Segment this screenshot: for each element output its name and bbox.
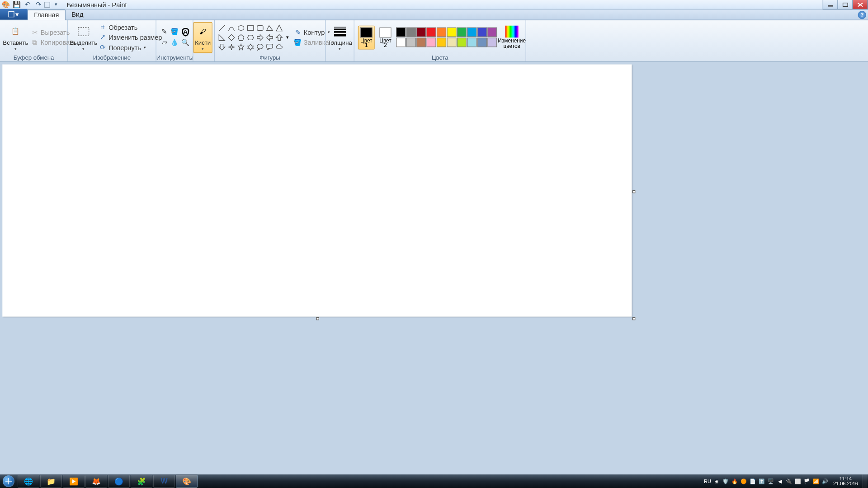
close-button[interactable] (853, 0, 868, 9)
palette-color[interactable] (437, 38, 446, 47)
palette-color[interactable] (427, 28, 436, 37)
shape-triangle[interactable] (274, 23, 284, 33)
taskbar-word[interactable]: W (153, 475, 175, 488)
resize-handle-east[interactable] (632, 190, 636, 193)
taskbar-paint[interactable]: 🎨 (176, 475, 198, 488)
palette-color[interactable] (396, 28, 406, 37)
fill-tool[interactable]: 🪣 (170, 27, 180, 38)
tray-volume-icon[interactable]: 🔊 (821, 478, 829, 485)
shape-pentagon[interactable] (236, 33, 246, 42)
color1-button[interactable]: Цвет 1 (358, 25, 375, 49)
tray-icon[interactable]: ⬜ (794, 478, 802, 485)
save-icon[interactable]: 💾 (12, 0, 21, 9)
palette-color[interactable] (396, 38, 406, 47)
shape-6star[interactable] (246, 42, 255, 52)
palette-color[interactable] (477, 38, 487, 47)
tray-network-icon[interactable]: 📶 (812, 478, 820, 485)
palette-color[interactable] (427, 38, 436, 47)
rotate-button[interactable]: ⟳Повернуть▾ (97, 42, 164, 52)
maximize-button[interactable] (838, 0, 853, 9)
palette-color[interactable] (467, 38, 476, 47)
minimize-button[interactable] (823, 0, 838, 9)
show-desktop-button[interactable] (863, 474, 867, 488)
qat-dropdown-icon[interactable]: ▾ (51, 0, 61, 9)
palette-color[interactable] (406, 38, 416, 47)
palette-color[interactable] (416, 38, 426, 47)
shape-arrow-up[interactable] (274, 33, 284, 42)
tray-lang[interactable]: RU (704, 479, 711, 484)
size-button[interactable]: Толщина ▾ (326, 22, 353, 52)
shape-callout-rect[interactable] (265, 42, 274, 52)
palette-color[interactable] (487, 38, 497, 47)
brushes-button[interactable]: 🖌 Кисти ▾ (193, 22, 212, 53)
shape-hexagon[interactable] (246, 33, 255, 42)
tray-icon[interactable]: ⬆️ (758, 478, 765, 485)
taskbar-ie[interactable]: 🌐 (18, 475, 39, 488)
shape-callout-cloud[interactable] (274, 42, 284, 52)
shapes-more-icon[interactable]: ▾ (286, 34, 289, 41)
palette-color[interactable] (447, 28, 456, 37)
taskbar-explorer[interactable]: 📁 (40, 475, 62, 488)
file-menu-button[interactable]: ▾ (0, 9, 28, 20)
magnifier-tool[interactable]: 🔍 (180, 37, 191, 48)
help-icon[interactable]: ? (858, 11, 866, 19)
shape-right-triangle[interactable] (217, 33, 226, 42)
palette-color[interactable] (437, 28, 446, 37)
color2-button[interactable]: Цвет 2 (377, 25, 394, 49)
canvas[interactable] (2, 65, 632, 317)
undo-icon[interactable]: ↶ (23, 0, 32, 9)
shape-roundrect[interactable] (255, 23, 265, 33)
start-button[interactable] (0, 474, 17, 488)
eraser-tool[interactable]: ▱ (159, 37, 170, 48)
taskbar-media[interactable]: ▶️ (63, 475, 85, 488)
shapes-gallery[interactable] (217, 23, 284, 52)
tray-icon[interactable]: ◀ (776, 478, 783, 485)
shape-line[interactable] (217, 23, 226, 33)
redo-icon[interactable]: ↷ (33, 0, 43, 9)
shape-callout-round[interactable] (255, 42, 265, 52)
crop-button[interactable]: ⌗Обрезать (97, 22, 164, 32)
shape-arrow-down[interactable] (217, 42, 226, 52)
select-button[interactable]: Выделить ▾ (71, 22, 97, 52)
palette-color[interactable] (416, 28, 426, 37)
tab-home[interactable]: Главная (28, 9, 66, 20)
tray-icon[interactable]: 🟠 (740, 478, 747, 485)
tray-icon[interactable]: ⊞ (713, 478, 720, 485)
palette-color[interactable] (406, 28, 416, 37)
shape-oval[interactable] (236, 23, 246, 33)
tray-icon[interactable]: 🔌 (785, 478, 793, 485)
tray-clock[interactable]: 11:14 21.06.2016 (830, 476, 861, 486)
shape-curve[interactable] (226, 23, 236, 33)
resize-button[interactable]: ⤢Изменить размер (97, 32, 164, 42)
tray-action-center-icon[interactable]: 🏳️ (803, 478, 811, 485)
qat-customize-icon[interactable] (44, 1, 50, 7)
tray-icon[interactable]: 🛡️ (722, 478, 729, 485)
text-tool[interactable]: A (180, 27, 191, 38)
resize-handle-south[interactable] (316, 317, 319, 320)
shape-4star[interactable] (226, 42, 236, 52)
palette-color[interactable] (467, 28, 476, 37)
shape-arrow-right[interactable] (255, 33, 265, 42)
palette-color[interactable] (447, 38, 456, 47)
tray-icon[interactable]: 📄 (749, 478, 756, 485)
shape-5star[interactable] (236, 42, 246, 52)
tray-icon[interactable]: 🖥️ (767, 478, 774, 485)
palette-color[interactable] (487, 28, 497, 37)
shape-arrow-left[interactable] (265, 33, 274, 42)
palette-color[interactable] (477, 28, 487, 37)
paste-button[interactable]: 📋 Вставить ▾ (2, 22, 28, 52)
palette-color[interactable] (457, 28, 467, 37)
tab-view[interactable]: Вид (66, 9, 90, 20)
shape-diamond[interactable] (226, 33, 236, 42)
shape-polygon[interactable] (265, 23, 274, 33)
pencil-tool[interactable]: ✎ (159, 27, 170, 38)
taskbar-app1[interactable]: 🧩 (131, 475, 152, 488)
edit-colors-button[interactable]: Изменение цветов (498, 24, 526, 50)
picker-tool[interactable]: 💧 (170, 37, 180, 48)
taskbar-firefox[interactable]: 🦊 (85, 475, 107, 488)
resize-handle-southeast[interactable] (632, 317, 636, 320)
tray-icon[interactable]: 🔥 (731, 478, 738, 485)
shape-rect[interactable] (246, 23, 255, 33)
palette-color[interactable] (457, 38, 467, 47)
taskbar-chrome[interactable]: 🔵 (108, 475, 130, 488)
